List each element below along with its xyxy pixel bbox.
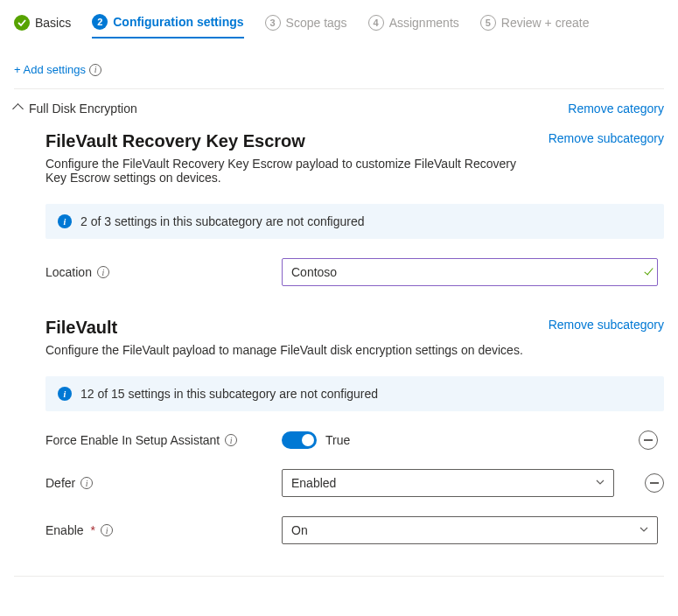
divider	[14, 88, 664, 89]
step-badge: 2	[92, 14, 108, 30]
force-enable-toggle[interactable]	[282, 431, 317, 449]
enable-select[interactable]: On	[282, 516, 658, 544]
checkmark-icon	[647, 265, 651, 279]
info-icon[interactable]: i	[89, 64, 101, 76]
step-label: Review + create	[501, 16, 590, 30]
step-basics[interactable]: Basics	[14, 15, 71, 38]
setting-defer: Defer i Enabled	[45, 469, 664, 497]
remove-setting-button[interactable]	[639, 430, 658, 450]
info-icon[interactable]: i	[97, 266, 109, 278]
subcategory-header: FileVault Remove subcategory	[45, 318, 664, 338]
setting-location: Location i	[45, 258, 664, 286]
location-input[interactable]	[282, 258, 658, 286]
subcategory-escrow: FileVault Recovery Key Escrow Remove sub…	[14, 131, 664, 286]
add-settings-label: + Add settings	[14, 63, 86, 76]
remove-category-link[interactable]: Remove category	[568, 102, 664, 116]
subcategory-title: FileVault	[45, 318, 117, 338]
step-label: Configuration settings	[113, 15, 243, 29]
category-toggle[interactable]: Full Disk Encryption	[14, 102, 137, 116]
remove-subcategory-link[interactable]: Remove subcategory	[549, 318, 664, 332]
step-config-settings[interactable]: 2 Configuration settings	[92, 14, 243, 38]
step-label: Scope tags	[286, 16, 347, 30]
toggle-value: True	[325, 433, 350, 447]
step-label: Basics	[35, 16, 71, 30]
setting-label: Force Enable In Setup Assistant i	[45, 433, 273, 447]
subcategory-title: FileVault Recovery Key Escrow	[45, 131, 305, 151]
required-indicator: *	[91, 523, 95, 537]
info-icon: i	[58, 214, 72, 228]
defer-select[interactable]: Enabled	[282, 469, 614, 497]
subcategory-description: Configure the FileVault Recovery Key Esc…	[45, 157, 535, 185]
step-badge: 5	[480, 15, 496, 31]
setting-label: Defer i	[45, 476, 273, 490]
category-header: Full Disk Encryption Remove category	[14, 102, 664, 116]
checkmark-icon	[14, 15, 30, 31]
info-icon[interactable]: i	[101, 524, 113, 536]
subcategory-header: FileVault Recovery Key Escrow Remove sub…	[45, 131, 664, 151]
step-badge: 4	[368, 15, 384, 31]
info-strip: i 12 of 15 settings in this subcategory …	[45, 376, 664, 411]
info-text: 12 of 15 settings in this subcategory ar…	[80, 387, 378, 401]
setting-enable: Enable * i On	[45, 516, 664, 544]
info-icon[interactable]: i	[225, 434, 237, 446]
chevron-up-icon	[14, 102, 22, 116]
setting-force-enable: Force Enable In Setup Assistant i True	[45, 430, 664, 450]
info-icon: i	[58, 387, 72, 401]
subcategory-filevault: FileVault Remove subcategory Configure t…	[14, 318, 664, 544]
setting-label: Enable * i	[45, 523, 273, 537]
info-strip: i 2 of 3 settings in this subcategory ar…	[45, 204, 664, 239]
wizard-steps: Basics 2 Configuration settings 3 Scope …	[14, 14, 664, 46]
category-title: Full Disk Encryption	[29, 102, 137, 116]
remove-subcategory-link[interactable]: Remove subcategory	[549, 131, 664, 145]
step-assignments[interactable]: 4 Assignments	[368, 15, 459, 38]
remove-setting-button[interactable]	[645, 473, 664, 493]
info-icon[interactable]: i	[80, 477, 93, 489]
step-badge: 3	[265, 15, 281, 31]
step-review-create[interactable]: 5 Review + create	[480, 15, 590, 38]
setting-label: Location i	[45, 265, 273, 279]
step-scope-tags[interactable]: 3 Scope tags	[265, 15, 347, 38]
info-text: 2 of 3 settings in this subcategory are …	[80, 214, 365, 228]
step-label: Assignments	[389, 16, 459, 30]
add-settings-link[interactable]: + Add settings i	[14, 63, 101, 76]
divider	[14, 576, 664, 577]
subcategory-description: Configure the FileVault payload to manag…	[45, 343, 535, 357]
